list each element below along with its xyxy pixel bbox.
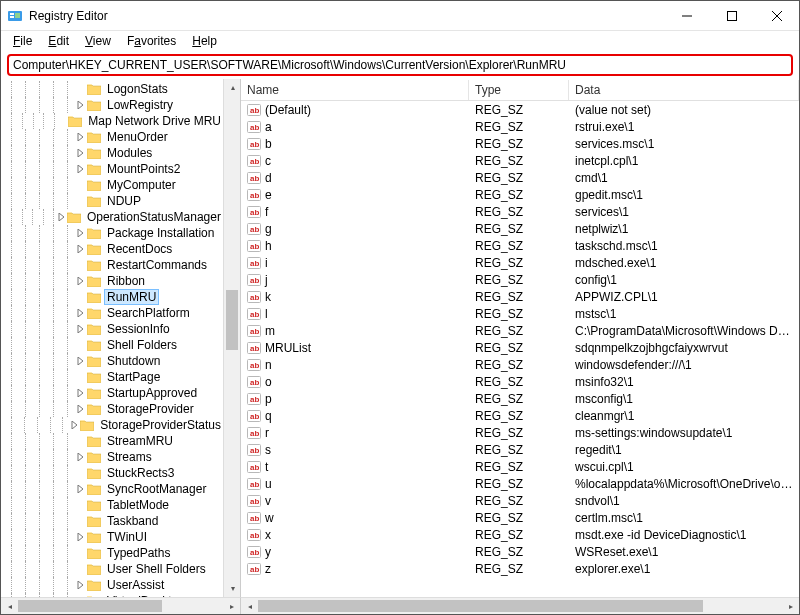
- scroll-up-icon[interactable]: ▴: [224, 79, 241, 96]
- column-name[interactable]: Name: [241, 80, 469, 100]
- expander-icon[interactable]: [75, 357, 87, 365]
- value-list[interactable]: ab(Default)REG_SZ(value not set)abaREG_S…: [241, 101, 799, 597]
- column-data[interactable]: Data: [569, 80, 799, 100]
- value-row[interactable]: abMRUListREG_SZsdqnmpelkzojbhgcfaiyxwrvu…: [241, 339, 799, 356]
- registry-tree[interactable]: LogonStatsLowRegistryMap Network Drive M…: [1, 79, 223, 597]
- value-row[interactable]: abpREG_SZmsconfig\1: [241, 390, 799, 407]
- menu-favorites[interactable]: Favorites: [119, 32, 184, 50]
- value-row[interactable]: abvREG_SZsndvol\1: [241, 492, 799, 509]
- scroll-right-icon[interactable]: ▸: [782, 598, 799, 615]
- value-row[interactable]: abgREG_SZnetplwiz\1: [241, 220, 799, 237]
- value-row[interactable]: abiREG_SZmdsched.exe\1: [241, 254, 799, 271]
- expander-icon[interactable]: [75, 325, 87, 333]
- value-row[interactable]: abaREG_SZrstrui.exe\1: [241, 118, 799, 135]
- tree-item[interactable]: Taskband: [1, 513, 223, 529]
- value-row[interactable]: abmREG_SZC:\ProgramData\Microsoft\Window…: [241, 322, 799, 339]
- tree-item[interactable]: User Shell Folders: [1, 561, 223, 577]
- address-input[interactable]: Computer\HKEY_CURRENT_USER\SOFTWARE\Micr…: [7, 54, 793, 76]
- value-row[interactable]: abcREG_SZinetcpl.cpl\1: [241, 152, 799, 169]
- tree-item[interactable]: SyncRootManager: [1, 481, 223, 497]
- tree-item[interactable]: TypedPaths: [1, 545, 223, 561]
- maximize-button[interactable]: [709, 1, 754, 31]
- tree-item[interactable]: OperationStatusManager: [1, 209, 223, 225]
- tree-item[interactable]: Streams: [1, 449, 223, 465]
- tree-item[interactable]: SessionInfo: [1, 321, 223, 337]
- value-row[interactable]: abfREG_SZservices\1: [241, 203, 799, 220]
- tree-item[interactable]: MyComputer: [1, 177, 223, 193]
- tree-item[interactable]: StreamMRU: [1, 433, 223, 449]
- expander-icon[interactable]: [75, 485, 87, 493]
- close-button[interactable]: [754, 1, 799, 31]
- value-row[interactable]: aboREG_SZmsinfo32\1: [241, 373, 799, 390]
- value-row[interactable]: absREG_SZregedit\1: [241, 441, 799, 458]
- tree-scrollbar-vertical[interactable]: ▴ ▾: [223, 79, 240, 597]
- value-row[interactable]: abwREG_SZcertlm.msc\1: [241, 509, 799, 526]
- value-row[interactable]: abnREG_SZwindowsdefender:///\1: [241, 356, 799, 373]
- scroll-right-icon[interactable]: ▸: [223, 598, 240, 615]
- expander-icon[interactable]: [75, 533, 87, 541]
- tree-item[interactable]: StorageProviderStatus: [1, 417, 223, 433]
- value-row[interactable]: abuREG_SZ%localappdata%\Microsoft\OneDri…: [241, 475, 799, 492]
- value-row[interactable]: abxREG_SZmsdt.exe -id DeviceDiagnostic\1: [241, 526, 799, 543]
- value-row[interactable]: abyREG_SZWSReset.exe\1: [241, 543, 799, 560]
- value-row[interactable]: abbREG_SZservices.msc\1: [241, 135, 799, 152]
- scroll-thumb[interactable]: [18, 600, 162, 612]
- menu-edit[interactable]: Edit: [40, 32, 77, 50]
- expander-icon[interactable]: [75, 245, 87, 253]
- tree-item[interactable]: Shutdown: [1, 353, 223, 369]
- expander-icon[interactable]: [75, 453, 87, 461]
- tree-item[interactable]: Shell Folders: [1, 337, 223, 353]
- tree-item[interactable]: VirtualDesktops: [1, 593, 223, 597]
- tree-item[interactable]: LowRegistry: [1, 97, 223, 113]
- minimize-button[interactable]: [664, 1, 709, 31]
- value-row[interactable]: abtREG_SZwscui.cpl\1: [241, 458, 799, 475]
- value-row[interactable]: abeREG_SZgpedit.msc\1: [241, 186, 799, 203]
- tree-item[interactable]: StorageProvider: [1, 401, 223, 417]
- scroll-thumb[interactable]: [258, 600, 703, 612]
- value-row[interactable]: abdREG_SZcmd\1: [241, 169, 799, 186]
- scroll-thumb[interactable]: [226, 290, 238, 350]
- tree-item[interactable]: Package Installation: [1, 225, 223, 241]
- value-row[interactable]: abqREG_SZcleanmgr\1: [241, 407, 799, 424]
- expander-icon[interactable]: [58, 213, 67, 221]
- tree-item[interactable]: TabletMode: [1, 497, 223, 513]
- tree-item[interactable]: RecentDocs: [1, 241, 223, 257]
- tree-item[interactable]: MountPoints2: [1, 161, 223, 177]
- tree-item[interactable]: StartupApproved: [1, 385, 223, 401]
- expander-icon[interactable]: [75, 389, 87, 397]
- scroll-left-icon[interactable]: ◂: [1, 598, 18, 615]
- scroll-down-icon[interactable]: ▾: [224, 580, 241, 597]
- value-row[interactable]: abrREG_SZms-settings:windowsupdate\1: [241, 424, 799, 441]
- expander-icon[interactable]: [75, 277, 87, 285]
- tree-item[interactable]: Modules: [1, 145, 223, 161]
- tree-item[interactable]: LogonStats: [1, 81, 223, 97]
- tree-item[interactable]: SearchPlatform: [1, 305, 223, 321]
- expander-icon[interactable]: [75, 229, 87, 237]
- tree-item[interactable]: Ribbon: [1, 273, 223, 289]
- scroll-left-icon[interactable]: ◂: [241, 598, 258, 615]
- value-row[interactable]: ab(Default)REG_SZ(value not set): [241, 101, 799, 118]
- tree-item[interactable]: Map Network Drive MRU: [1, 113, 223, 129]
- tree-item[interactable]: TWinUI: [1, 529, 223, 545]
- tree-item[interactable]: RestartCommands: [1, 257, 223, 273]
- menu-view[interactable]: View: [77, 32, 119, 50]
- expander-icon[interactable]: [75, 405, 87, 413]
- value-row[interactable]: abjREG_SZconfig\1: [241, 271, 799, 288]
- menu-file[interactable]: File: [5, 32, 40, 50]
- value-row[interactable]: abkREG_SZAPPWIZ.CPL\1: [241, 288, 799, 305]
- menu-help[interactable]: Help: [184, 32, 225, 50]
- expander-icon[interactable]: [75, 101, 87, 109]
- tree-item[interactable]: RunMRU: [1, 289, 223, 305]
- tree-item[interactable]: StartPage: [1, 369, 223, 385]
- expander-icon[interactable]: [75, 309, 87, 317]
- tree-item[interactable]: StuckRects3: [1, 465, 223, 481]
- tree-item[interactable]: UserAssist: [1, 577, 223, 593]
- column-type[interactable]: Type: [469, 80, 569, 100]
- expander-icon[interactable]: [75, 165, 87, 173]
- list-scrollbar-horizontal[interactable]: ◂ ▸: [241, 597, 799, 614]
- expander-icon[interactable]: [69, 421, 80, 429]
- tree-item[interactable]: MenuOrder: [1, 129, 223, 145]
- value-row[interactable]: abhREG_SZtaskschd.msc\1: [241, 237, 799, 254]
- expander-icon[interactable]: [75, 133, 87, 141]
- tree-scrollbar-horizontal[interactable]: ◂ ▸: [1, 597, 241, 614]
